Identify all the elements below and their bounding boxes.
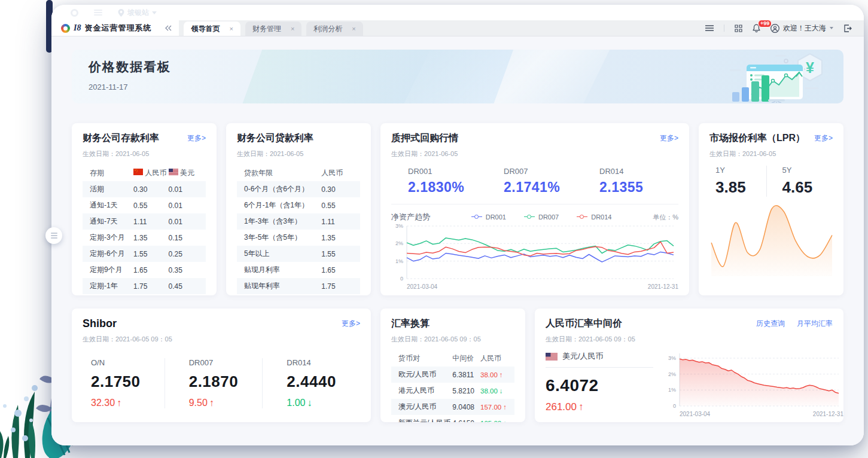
logo-icon <box>61 24 70 33</box>
card-title: 财务公司贷款利率 <box>237 132 313 145</box>
finance-dashboard-illustration: ¥ <box>715 53 833 103</box>
logout-icon[interactable] <box>843 25 852 32</box>
rmb-trend-chart: 01%2%3% <box>664 350 843 410</box>
shibor-stats: O/N 2.1750 32.30 DR007 2.1870 9.50 DR014 <box>83 358 360 408</box>
tab-close-icon[interactable]: × <box>352 25 355 32</box>
dashboard-content: 价格数据看板 2021-11-17 ¥ <box>51 36 864 445</box>
table-row: 定期9个月 1.65 0.35 <box>83 262 206 278</box>
ghost-station-label: 坡银站 <box>127 8 149 18</box>
rmb-quote: 美元/人民币 6.4072 261.00 <box>546 349 653 417</box>
trend-arrow-icon <box>117 398 121 408</box>
trend-arrow-icon <box>503 404 507 411</box>
tab-profit-analysis[interactable]: 利润分析 × <box>306 22 363 36</box>
change-value: 9.50 <box>189 398 263 408</box>
app-header: I8 资金运营管理系统 领导首页 × 财务管理 × 利润 <box>51 20 864 36</box>
table-row: 定期-3个月 1.35 0.15 <box>83 230 206 246</box>
user-menu[interactable]: 欢迎！王大海 <box>770 23 833 33</box>
table-row: 贴现年利率 1.75 <box>237 278 360 294</box>
stat-dr007: DR007 2.1870 9.50 <box>165 358 263 408</box>
deposit-rows: 活期 0.30 0.01 通知-1天 0.55 0.01 <box>83 181 206 294</box>
trend-header: 净资产趋势 DR001 DR007 DR014 单位：% <box>391 212 678 222</box>
app-title: 资金运营管理系统 <box>84 23 151 33</box>
chart-legend: DR001 DR007 DR014 <box>430 213 653 221</box>
more-link[interactable]: 更多> <box>187 133 206 143</box>
ghost-caret-icon <box>152 11 157 14</box>
effective-date: 生效日期：2021-06-05 <box>237 149 360 158</box>
us-flag-icon <box>546 353 558 361</box>
svg-text:0: 0 <box>673 403 676 409</box>
table-row: 贴现月利率 1.65 <box>237 262 360 278</box>
hero-banner: 价格数据看板 2021-11-17 ¥ <box>72 50 843 103</box>
trend-arrow-icon <box>503 420 507 423</box>
table-row: 1年-3年（含3年） 1.11 <box>237 213 360 230</box>
parity-value: 6.4072 <box>546 376 653 395</box>
svg-text:¥: ¥ <box>806 59 814 76</box>
effective-date: 生效日期：2021-06-05 09：05 <box>83 335 360 344</box>
svg-text:1%: 1% <box>395 258 403 264</box>
divider <box>724 25 724 32</box>
stat-dr007: DR007 2.1741% <box>487 167 583 196</box>
card-title: 市场报价利率（LPR） <box>709 132 805 145</box>
legend-item-dr001[interactable]: DR001 <box>471 213 506 221</box>
table-row: 5年以上 1.55 <box>237 246 360 262</box>
change-value: 32.30 <box>91 398 165 408</box>
loan-rate-table: 贷款年限 人民币 0-6个月（含6个月） 0.30 <box>237 164 360 294</box>
more-link[interactable]: 更多> <box>814 133 833 143</box>
chevron-down-icon <box>830 27 833 29</box>
deposit-rate-table: 存期 人民币 美元 <box>83 164 206 294</box>
change-value: 261.00 <box>546 401 653 413</box>
card-title: 财务公司存款利率 <box>83 132 159 145</box>
fx-rows: 欧元/人民币 6.3811 38.00 港元人民币 5.8210 38.00 <box>391 367 514 422</box>
svg-text:2%: 2% <box>668 371 676 377</box>
pledged-repo-card: 质押式回购行情 更多> 生效日期：2021-06-05 DR001 2.1830… <box>380 123 689 295</box>
stat-1y: 1Y 3.85 <box>709 166 766 197</box>
table-row: 活期 0.30 0.01 <box>83 181 206 197</box>
stat-5y: 5Y 4.65 <box>766 166 833 197</box>
stat-dr001: DR001 2.1830% <box>391 167 487 196</box>
currency-pair: 美元/人民币 <box>562 351 604 362</box>
shibor-card: Shibor 更多> 生效日期：2021-06-05 09：05 O/N 2.1… <box>72 309 371 422</box>
app-logo: I8 资金运营管理系统 <box>51 20 157 36</box>
notifications-bell-icon[interactable]: +99 <box>753 24 760 32</box>
deposit-rate-card: 财务公司存款利率 更多> 生效日期：2021-06-05 存期 人民币 <box>72 123 217 295</box>
collapse-tabs-icon[interactable] <box>157 20 179 36</box>
loan-rows: 0-6个月（含6个月） 0.30 6个月-1年（含1年） 0.55 <box>237 181 360 294</box>
legend-item-dr014[interactable]: DR014 <box>577 213 611 221</box>
menu-icon[interactable] <box>705 25 714 31</box>
logo-text: I8 <box>74 23 81 33</box>
tab-leader-home[interactable]: 领导首页 × <box>184 22 240 36</box>
history-query-link[interactable]: 历史查询 <box>756 319 785 329</box>
svg-text:1%: 1% <box>668 387 676 393</box>
location-pin-icon <box>118 9 124 17</box>
table-row: 新西兰元/人民币 4.6150 105.00 <box>391 415 514 422</box>
card-title: 质押式回购行情 <box>391 132 458 145</box>
ghost-logo-icon <box>71 9 78 17</box>
fx-conversion-card: 汇率换算 生效日期：2021-06-05 09：05 货币对 中间价 人民币 <box>380 309 525 422</box>
table-row: 通知-1天 0.55 0.01 <box>83 197 206 213</box>
tab-label: 领导首页 <box>191 24 220 34</box>
more-link[interactable]: 更多> <box>342 319 360 329</box>
unit-label: 单位：% <box>653 213 678 222</box>
table-row: 定期-1年 1.75 0.45 <box>83 278 206 294</box>
more-link[interactable]: 更多> <box>660 133 678 143</box>
change-value: 1.00 <box>287 398 360 408</box>
table-row: 3年-5年（含5年） 1.35 <box>237 230 360 246</box>
tab-finance-management[interactable]: 财务管理 × <box>245 22 301 36</box>
user-avatar-icon <box>770 24 779 33</box>
us-flag-icon <box>169 169 178 175</box>
table-row: 0-6个月（含6个月） 0.30 <box>237 181 360 197</box>
stat-dr014: DR014 2.4440 1.00 <box>262 358 360 408</box>
apps-grid-icon[interactable] <box>735 25 742 32</box>
side-drag-handle[interactable] <box>45 227 62 244</box>
table-header: 存期 人民币 美元 <box>83 164 206 181</box>
legend-marker <box>471 215 482 219</box>
legend-item-dr007[interactable]: DR007 <box>524 213 559 221</box>
monthly-average-link[interactable]: 月平均汇率 <box>797 319 833 329</box>
ghost-station-selector: 坡银站 <box>118 8 157 18</box>
table-row: 港元人民币 5.8210 38.00 <box>391 383 514 399</box>
tab-close-icon[interactable]: × <box>229 25 233 32</box>
repo-trend-chart: 01%2%3% <box>391 222 678 282</box>
fx-table: 货币对 中间价 人民币 欧元/人民币 6.3811 3 <box>391 350 514 422</box>
table-row: 6个月-1年（含1年） 0.55 <box>237 197 360 213</box>
tab-close-icon[interactable]: × <box>291 25 294 32</box>
